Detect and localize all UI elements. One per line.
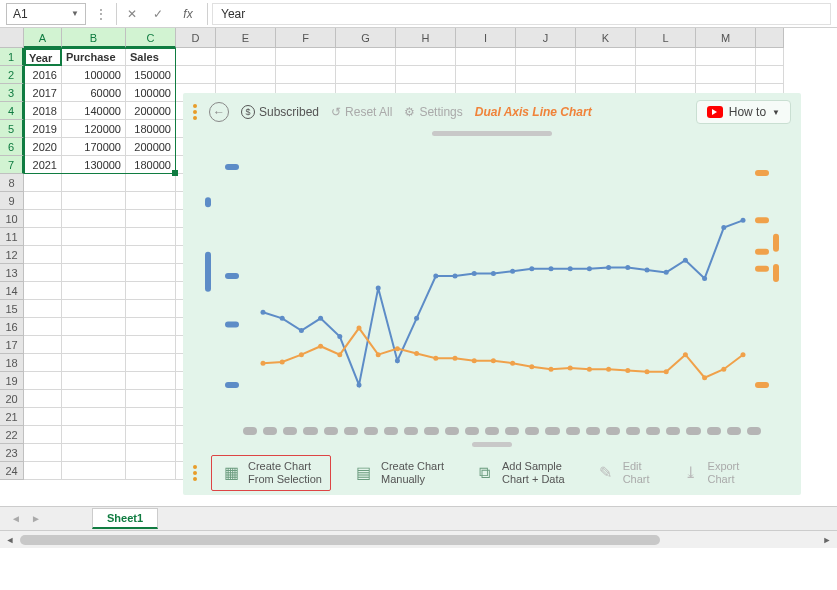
cell[interactable] xyxy=(216,48,276,66)
cell[interactable] xyxy=(456,66,516,84)
row-header[interactable]: 13 xyxy=(0,264,24,282)
cell[interactable] xyxy=(696,66,756,84)
cell[interactable] xyxy=(62,228,126,246)
row-header[interactable]: 12 xyxy=(0,246,24,264)
row-header[interactable]: 4 xyxy=(0,102,24,120)
cell[interactable] xyxy=(62,210,126,228)
column-header[interactable]: M xyxy=(696,28,756,48)
row-header[interactable]: 24 xyxy=(0,462,24,480)
cell[interactable] xyxy=(176,48,216,66)
settings-button[interactable]: ⚙ Settings xyxy=(404,105,462,119)
cell[interactable]: Purchase xyxy=(62,48,126,66)
column-header[interactable]: L xyxy=(636,28,696,48)
cell[interactable] xyxy=(24,282,62,300)
cell[interactable] xyxy=(636,48,696,66)
cell[interactable] xyxy=(176,66,216,84)
cell[interactable]: 180000 xyxy=(126,120,176,138)
cell[interactable] xyxy=(126,408,176,426)
cell[interactable]: 2019 xyxy=(24,120,62,138)
row-header[interactable]: 5 xyxy=(0,120,24,138)
cell[interactable]: 170000 xyxy=(62,138,126,156)
dropdown-icon[interactable]: ⋮ xyxy=(90,3,112,25)
row-header[interactable]: 19 xyxy=(0,372,24,390)
cell[interactable]: 140000 xyxy=(62,102,126,120)
row-header[interactable]: 22 xyxy=(0,426,24,444)
column-header[interactable]: B xyxy=(62,28,126,48)
cell[interactable]: 130000 xyxy=(62,156,126,174)
column-header[interactable]: A xyxy=(24,28,62,48)
column-header[interactable]: E xyxy=(216,28,276,48)
row-header[interactable]: 16 xyxy=(0,318,24,336)
cell[interactable] xyxy=(24,444,62,462)
cell[interactable]: 100000 xyxy=(62,66,126,84)
cell[interactable] xyxy=(62,192,126,210)
row-header[interactable]: 6 xyxy=(0,138,24,156)
cancel-icon[interactable]: ✕ xyxy=(121,3,143,25)
scroll-left-icon[interactable]: ◄ xyxy=(2,532,18,548)
cell[interactable] xyxy=(62,390,126,408)
cell[interactable] xyxy=(62,444,126,462)
cell[interactable] xyxy=(126,372,176,390)
column-header[interactable]: J xyxy=(516,28,576,48)
cell[interactable] xyxy=(276,66,336,84)
cell[interactable] xyxy=(756,66,784,84)
cell[interactable] xyxy=(576,66,636,84)
cell[interactable] xyxy=(216,66,276,84)
column-header[interactable]: K xyxy=(576,28,636,48)
cell[interactable] xyxy=(62,354,126,372)
cell[interactable] xyxy=(24,408,62,426)
cell[interactable]: 150000 xyxy=(126,66,176,84)
cell[interactable] xyxy=(126,228,176,246)
cell[interactable] xyxy=(396,66,456,84)
scroll-thumb[interactable] xyxy=(20,535,660,545)
cell[interactable]: 2018 xyxy=(24,102,62,120)
cell[interactable] xyxy=(126,462,176,480)
cell[interactable] xyxy=(126,264,176,282)
commit-icon[interactable]: ✓ xyxy=(147,3,169,25)
cell[interactable] xyxy=(126,390,176,408)
horizontal-scrollbar[interactable]: ◄ ► xyxy=(0,530,837,548)
drag-handle-bottom[interactable] xyxy=(472,442,512,447)
column-header[interactable]: G xyxy=(336,28,396,48)
row-header[interactable]: 10 xyxy=(0,210,24,228)
scroll-right-icon[interactable]: ► xyxy=(819,532,835,548)
row-header[interactable]: 8 xyxy=(0,174,24,192)
cell[interactable] xyxy=(62,174,126,192)
cell[interactable] xyxy=(126,426,176,444)
cell[interactable]: Year xyxy=(24,48,62,66)
row-header[interactable]: 11 xyxy=(0,228,24,246)
add-sample-button[interactable]: ⧉ Add SampleChart + Data xyxy=(466,456,573,490)
cell[interactable] xyxy=(126,210,176,228)
cell[interactable] xyxy=(696,48,756,66)
cell[interactable] xyxy=(456,48,516,66)
sheet-tab[interactable]: Sheet1 xyxy=(92,508,158,529)
cell[interactable] xyxy=(516,48,576,66)
cell[interactable]: 60000 xyxy=(62,84,126,102)
cell[interactable]: 100000 xyxy=(126,84,176,102)
cell[interactable] xyxy=(126,282,176,300)
cell[interactable] xyxy=(24,390,62,408)
row-header[interactable]: 17 xyxy=(0,336,24,354)
cell[interactable] xyxy=(62,282,126,300)
cell[interactable] xyxy=(24,372,62,390)
create-chart-manually-button[interactable]: ▤ Create ChartManually xyxy=(345,456,452,490)
cell[interactable] xyxy=(126,354,176,372)
cell[interactable] xyxy=(24,354,62,372)
cell[interactable] xyxy=(576,48,636,66)
cell[interactable] xyxy=(24,300,62,318)
column-header[interactable]: D xyxy=(176,28,216,48)
cell[interactable] xyxy=(126,318,176,336)
cell[interactable] xyxy=(396,48,456,66)
cell[interactable] xyxy=(62,408,126,426)
fx-icon[interactable]: fx xyxy=(177,3,199,25)
next-sheet-icon[interactable]: ► xyxy=(28,511,44,527)
cell[interactable] xyxy=(24,336,62,354)
cell[interactable] xyxy=(24,192,62,210)
cell[interactable] xyxy=(516,66,576,84)
row-header[interactable]: 18 xyxy=(0,354,24,372)
cell[interactable] xyxy=(24,210,62,228)
cell[interactable]: 2021 xyxy=(24,156,62,174)
cell[interactable] xyxy=(126,336,176,354)
cell[interactable] xyxy=(126,444,176,462)
cell[interactable]: Sales xyxy=(126,48,176,66)
